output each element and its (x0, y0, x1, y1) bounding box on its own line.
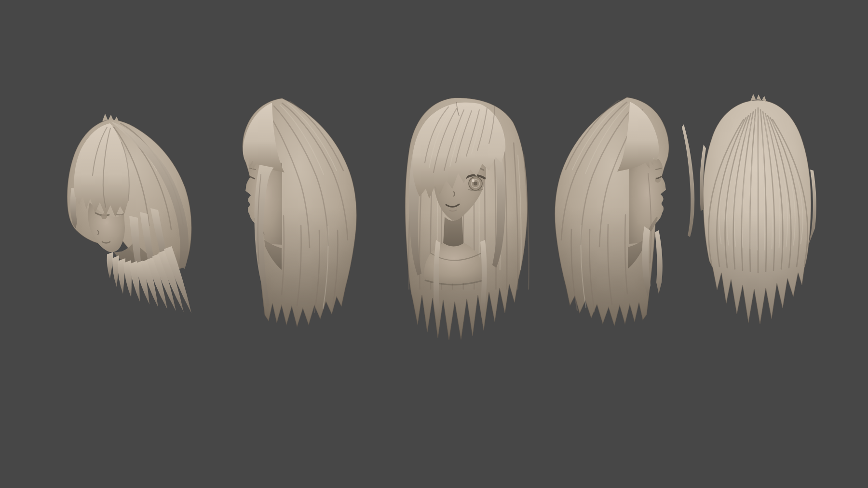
render-viewport: Clay render turnaround of an anime-style… (0, 0, 868, 488)
neck (443, 217, 463, 247)
head-view-front: Front view, bangs sweeping over right ey… (403, 98, 530, 347)
clay-render-canvas: Clay render turnaround of an anime-style… (0, 0, 868, 488)
eye-glint (472, 179, 475, 182)
hair-bottom-shading (552, 207, 673, 342)
head-view-right-profile: Right profile view, face pointing right,… (552, 97, 694, 342)
hanging-front-lock (682, 124, 694, 237)
eye-pupil (474, 182, 477, 185)
head-view-back: Back view, hair parting from crown whorl… (699, 94, 816, 342)
head-view-threequarter-top: Three-quarter top-down view, head tilted… (67, 114, 191, 313)
head-view-left-profile: Left profile view, face pointing left, l… (239, 98, 362, 342)
